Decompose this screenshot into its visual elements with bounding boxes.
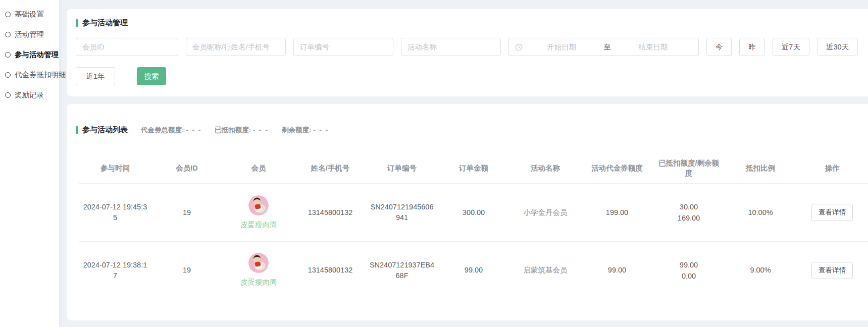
- end-date-placeholder[interactable]: 结束日期: [614, 42, 692, 52]
- member-avatar: [248, 195, 269, 215]
- cell-voucher-amount: 99.00: [581, 263, 653, 278]
- col-order-amount: 订单金额: [438, 158, 509, 178]
- col-activity: 活动名称: [509, 158, 581, 178]
- circle-o-icon: [5, 12, 11, 17]
- cell-member-id: 19: [151, 205, 223, 220]
- last1year-button[interactable]: 近1年: [76, 67, 115, 85]
- filter-row-2: 近1年 搜索: [76, 67, 858, 85]
- cell-phone: 13145800132: [294, 205, 366, 220]
- cell-activity: 启蒙筑基会员: [509, 263, 581, 278]
- voucher-total-summary: 代金券总额度: - - -: [141, 126, 201, 135]
- cell-order-amount: 300.00: [438, 205, 509, 220]
- cell-time: 2024-07-12 19:38:17: [79, 258, 151, 283]
- remaining-value: 169.00: [656, 212, 722, 224]
- deducted-value: 30.00: [656, 201, 722, 212]
- sidebar-item-label: 代金券抵扣明细: [15, 70, 66, 80]
- member-nickname-input[interactable]: [186, 38, 286, 56]
- circle-o-icon: [5, 32, 11, 37]
- circle-o-icon: [5, 52, 11, 58]
- date-range-separator: 至: [601, 42, 615, 52]
- col-deducted-remaining: 已抵扣额度/剩余额度: [653, 153, 725, 183]
- sidebar-item-basic-settings[interactable]: 基础设置: [5, 4, 59, 24]
- cell-deducted-remaining: 30.00 169.00: [653, 199, 725, 226]
- remaining-value: 0.00: [656, 270, 722, 282]
- sidebar-item-label: 参与活动管理: [15, 50, 59, 60]
- sidebar-item-reward-records[interactable]: 奖励记录: [5, 85, 59, 105]
- accent-bar: [76, 126, 78, 134]
- member-name-link[interactable]: 皮蛋瘦肉周: [240, 220, 277, 230]
- deducted-value: 99.00: [656, 259, 722, 270]
- cell-time: 2024-07-12 19:45:35: [79, 200, 151, 225]
- page-title: 参与活动管理: [82, 18, 128, 28]
- table-header-row: 参与时间 会员ID 会员 姓名/手机号 订单编号 订单金额 活动名称 活动代金券…: [79, 153, 868, 183]
- cell-ratio: 9.00%: [725, 263, 796, 278]
- filter-card-title: 参与活动管理: [76, 18, 858, 28]
- cell-ratio: 10.00%: [725, 205, 796, 220]
- clock-icon: [515, 43, 523, 51]
- col-member-id: 会员ID: [151, 158, 223, 178]
- yesterday-button[interactable]: 昨: [739, 38, 765, 56]
- circle-o-icon: [5, 92, 11, 98]
- col-name-phone: 姓名/手机号: [294, 158, 366, 178]
- member-avatar: [248, 253, 269, 273]
- sidebar: 基础设置 活动管理 参与活动管理 代金券抵扣明细 奖励记录: [0, 0, 59, 327]
- cell-member: 皮蛋瘦肉周: [223, 193, 294, 232]
- col-member: 会员: [223, 158, 294, 178]
- sidebar-item-label: 基础设置: [15, 10, 44, 19]
- activity-name-input[interactable]: [401, 38, 501, 56]
- cell-order-no: SN2407121937EB468F: [366, 258, 438, 283]
- deducted-summary: 已抵扣额度: - - -: [215, 126, 269, 135]
- order-no-input[interactable]: [293, 38, 393, 56]
- date-range-picker[interactable]: 开始日期 至 结束日期: [508, 38, 699, 56]
- main-content: 参与活动管理 开始日期 至 结束日期 今 昨 近7天: [59, 0, 868, 327]
- col-voucher-amount: 活动代金券额度: [581, 158, 653, 178]
- table-row: 2024-07-12 19:38:17 19: [79, 241, 868, 299]
- page: 基础设置 活动管理 参与活动管理 代金券抵扣明细 奖励记录 参与活动管理: [0, 0, 868, 327]
- col-order-no: 订单编号: [366, 158, 438, 178]
- cell-member: 皮蛋瘦肉周: [223, 251, 294, 290]
- sidebar-item-participation-management[interactable]: 参与活动管理: [5, 44, 59, 65]
- list-title: 参与活动列表: [82, 125, 128, 135]
- participation-table: 参与时间 会员ID 会员 姓名/手机号 订单编号 订单金额 活动名称 活动代金券…: [79, 153, 868, 299]
- member-name-link[interactable]: 皮蛋瘦肉周: [240, 277, 277, 288]
- member-id-input[interactable]: [76, 38, 178, 56]
- last30days-button[interactable]: 近30天: [817, 38, 858, 56]
- cell-order-no: SN2407121945606941: [366, 200, 438, 225]
- cell-deducted-remaining: 99.00 0.00: [653, 257, 725, 284]
- col-ratio: 抵扣比例: [725, 158, 796, 178]
- sidebar-item-voucher-deduction-detail[interactable]: 代金券抵扣明细: [5, 65, 59, 85]
- view-detail-button[interactable]: 查看详情: [811, 204, 853, 221]
- cell-action: 查看详情: [796, 260, 868, 281]
- col-time: 参与时间: [79, 158, 151, 178]
- list-card: 参与活动列表 代金券总额度: - - - 已抵扣额度: - - - 剩余额度: …: [67, 104, 868, 320]
- view-detail-button[interactable]: 查看详情: [811, 262, 853, 279]
- list-header: 参与活动列表 代金券总额度: - - - 已抵扣额度: - - - 剩余额度: …: [67, 125, 868, 135]
- filter-row: 开始日期 至 结束日期 今 昨 近7天 近30天: [76, 38, 858, 56]
- cell-voucher-amount: 199.00: [581, 205, 653, 220]
- remaining-summary: 剩余额度: - - -: [282, 126, 329, 135]
- sidebar-item-label: 奖励记录: [15, 90, 44, 100]
- list-title-wrap: 参与活动列表: [76, 125, 128, 135]
- sidebar-item-activity-management[interactable]: 活动管理: [5, 24, 59, 44]
- cell-order-amount: 99.00: [438, 263, 509, 278]
- cell-action: 查看详情: [796, 202, 868, 223]
- col-action: 操作: [796, 158, 868, 178]
- start-date-placeholder[interactable]: 开始日期: [523, 42, 601, 52]
- cell-activity: 小学金丹会员: [509, 205, 581, 220]
- circle-o-icon: [5, 72, 11, 78]
- table-row: 2024-07-12 19:45:35 19: [79, 183, 868, 241]
- accent-bar: [76, 19, 78, 27]
- search-button[interactable]: 搜索: [137, 67, 166, 85]
- cell-phone: 13145800132: [294, 263, 366, 278]
- cell-member-id: 19: [151, 263, 223, 278]
- today-button[interactable]: 今: [706, 38, 732, 56]
- last7days-button[interactable]: 近7天: [773, 38, 809, 56]
- sidebar-item-label: 活动管理: [15, 30, 44, 39]
- filter-card: 参与活动管理 开始日期 至 结束日期 今 昨 近7天: [67, 9, 868, 96]
